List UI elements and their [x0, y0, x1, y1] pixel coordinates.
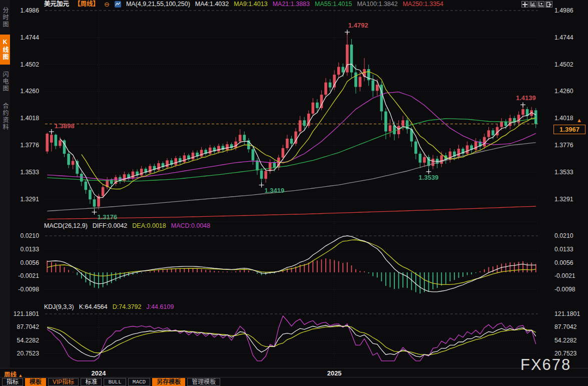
- price-up-arrow-icon: ▲: [576, 117, 582, 123]
- macd-params-label: MACD(26,12,9): [44, 222, 88, 230]
- axis-tick-label: 0.0210: [20, 232, 39, 239]
- ma250-value: MA250:1.3354: [403, 1, 443, 8]
- collapse-panel-icon[interactable]: [545, 1, 552, 8]
- toolbar-button-4[interactable]: 标准: [81, 378, 102, 386]
- ma21-value: MA21:1.3883: [273, 1, 310, 8]
- axis-tick-label: 1.3776: [554, 142, 573, 149]
- toolbar-button-7[interactable]: 另存模板: [152, 378, 185, 386]
- ma-params-label: MA(4,9,21,55,100,250): [126, 1, 190, 8]
- year-label-2024: 2024: [92, 369, 106, 377]
- axis-tick-label: 1.3291: [20, 196, 39, 203]
- macd-layer: [47, 236, 535, 293]
- symbol-name: 美元加元: [44, 1, 69, 8]
- axis-tick-label: 1.4744: [554, 34, 573, 41]
- axis-tick-label: 1.3291: [554, 196, 573, 203]
- kdj-j-value: J:44.6109: [146, 303, 174, 311]
- sidebar-item-flash-chart[interactable]: 闪电图: [0, 67, 10, 96]
- axis-tick-label: 121.1801: [554, 310, 580, 317]
- axis-tick-label: 1.4260: [20, 88, 39, 95]
- axis-tick-label: 1.3776: [20, 142, 39, 149]
- toolbar-button-5[interactable]: BULL: [104, 378, 126, 386]
- candles-layer: [46, 32, 537, 212]
- time-axis-row: 周线 ▲ 20242025: [0, 368, 588, 377]
- axis-tick-label: 1.4744: [20, 34, 39, 41]
- drag-move-icon[interactable]: [521, 1, 528, 8]
- axis-tick-label: 87.7042: [554, 323, 577, 330]
- macd-diff-value: DIFF:0.0042: [93, 222, 127, 230]
- price-annotation: 1.4139: [516, 94, 536, 102]
- sidebar-item-contract-info[interactable]: 合约资料: [0, 99, 10, 135]
- sidebar: 分时图K线图闪电图合约资料: [0, 0, 10, 368]
- axis-tick-label: 1.4502: [554, 61, 573, 68]
- axis-tick-label: 0.0210: [554, 232, 573, 239]
- chart-tool-icons: [521, 1, 552, 8]
- axis-tick-label: 0.0133: [20, 246, 39, 253]
- axis-tick-label: 0.0056: [20, 259, 39, 266]
- indicator-toolbar: 指标模板VIP指标标准BULLMACD另存模板管理模板: [0, 377, 588, 386]
- axis-tick-label: -0.0021: [554, 272, 575, 279]
- axis-tick-label: 121.1801: [14, 310, 39, 317]
- chart-app: 分时图K线图闪电图合约资料 1.49861.49861.47441.47441.…: [0, 0, 588, 386]
- axis-tick-label: 0.0133: [554, 246, 573, 253]
- toolbar-button-3[interactable]: VIP指标: [48, 378, 79, 386]
- period-tag[interactable]: 【周线】: [74, 1, 99, 8]
- watermark: FX678: [520, 356, 571, 374]
- axis-tick-label: 1.4018: [20, 115, 39, 122]
- axis-tick-label: 1.4986: [554, 7, 573, 14]
- axis-tick-label: 0.0056: [554, 259, 573, 266]
- axis-tick-label: 1.3533: [554, 169, 573, 176]
- price-annotation: 1.3176: [98, 213, 118, 221]
- current-price-box: 1.3967: [553, 125, 585, 134]
- right-axis-pane-icon[interactable]: [537, 1, 544, 8]
- toolbar-button-1[interactable]: 指标: [2, 378, 23, 386]
- toolbar-button-2[interactable]: 模板: [25, 378, 46, 386]
- toolbar-button-8[interactable]: 管理模板: [187, 378, 220, 386]
- price-annotation: 1.3898: [55, 122, 75, 130]
- ma4-value: MA4:1.4032: [195, 1, 229, 8]
- chart-header: 美元加元 【周线】 ⊖ MA(4,9,21,55,100,250) MA4:1.…: [44, 1, 443, 8]
- kdj-header: KDJ(9,3,3) K:64.4564 D:74.3792 J:44.6109: [44, 303, 174, 311]
- axis-tick-label: 20.7523: [17, 350, 40, 357]
- macd-dea-value: DEA:0.0018: [132, 222, 166, 230]
- left-axis-pane-icon[interactable]: [529, 1, 536, 8]
- year-label-2025: 2025: [327, 369, 342, 377]
- kdj-layer: [47, 316, 535, 361]
- axis-tick-label: 1.4986: [20, 7, 39, 14]
- axis-tick-label: 54.2282: [17, 337, 40, 344]
- axis-tick-label: -0.0098: [554, 286, 575, 293]
- sidebar-item-kline-chart[interactable]: K线图: [0, 35, 10, 65]
- ma55-value: MA55:1.4015: [315, 1, 352, 8]
- axis-tick-label: 1.4502: [20, 61, 39, 68]
- kdj-params-label: KDJ(9,3,3): [44, 303, 74, 311]
- price-annotation: 1.3419: [265, 187, 285, 194]
- macd-header: MACD(26,12,9) DIFF:0.0042 DEA:0.0018 MAC…: [44, 222, 210, 230]
- axis-tick-label: 87.7042: [17, 323, 40, 330]
- macd-value: MACD:0.0048: [171, 222, 211, 230]
- kdj-k-value: K:64.4564: [79, 303, 108, 311]
- minus-circle-icon[interactable]: ⊖: [104, 1, 110, 8]
- axis-tick-label: 1.4018: [554, 115, 573, 122]
- bottom-bar: 周线 ▲ 20242025 指标模板VIP指标标准BULLMACD另存模板管理模…: [0, 368, 588, 386]
- axis-tick-label: -0.0021: [18, 272, 39, 279]
- kline-style-icon[interactable]: [115, 1, 121, 8]
- price-annotation: 1.4792: [348, 22, 368, 29]
- ma9-value: MA9:1.4013: [234, 1, 267, 8]
- sidebar-item-time-chart[interactable]: 分时图: [0, 3, 10, 32]
- toolbar-button-6[interactable]: MACD: [128, 378, 150, 386]
- candlestick-chart[interactable]: 1.49861.49861.47441.47441.45021.45021.42…: [10, 0, 588, 368]
- axis-tick-label: 1.4260: [554, 88, 573, 95]
- price-annotation: 1.3539: [419, 174, 439, 181]
- axis-tick-label: 54.2282: [554, 337, 577, 344]
- axis-tick-label: 1.3533: [20, 169, 39, 176]
- ma100-value: MA100:1.3842: [357, 1, 397, 8]
- kdj-d-value: D:74.3792: [113, 303, 142, 311]
- axis-tick-label: -0.0098: [18, 286, 39, 293]
- grid-layer: [45, 7, 538, 367]
